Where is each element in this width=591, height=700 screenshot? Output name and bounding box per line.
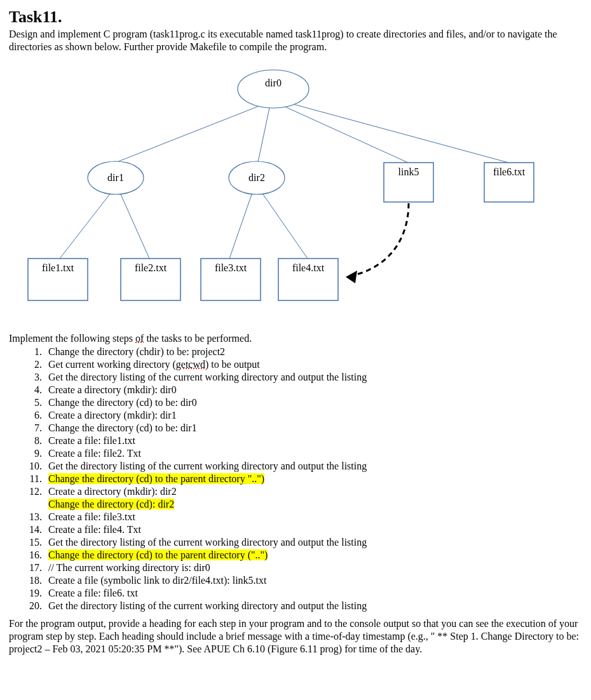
step-15: Get the directory listing of the current… xyxy=(44,536,582,549)
label-dir1: dir1 xyxy=(107,172,124,183)
arrowhead-icon xyxy=(346,271,357,283)
intro-text: Design and implement C program (task11pr… xyxy=(9,28,582,53)
step-4: Create a directory (mkdir): dir0 xyxy=(44,384,582,396)
steps-intro-pre: Implement the following steps xyxy=(9,333,135,344)
step-18: Create a file (symbolic link to dir2/fil… xyxy=(44,574,582,587)
node-dir0 xyxy=(238,70,309,108)
step-8: Create a file: file1.txt xyxy=(44,434,582,447)
label-link5: link5 xyxy=(398,166,419,177)
step-19: Create a file: file6. txt xyxy=(44,587,582,600)
step-9: Create a file: file2. Txt xyxy=(44,447,582,460)
step-2-getcwd: getcwd xyxy=(176,359,205,370)
edge-dir0-file6 xyxy=(289,103,508,163)
label-file4: file4.txt xyxy=(292,262,325,273)
page-title: Task11. xyxy=(9,8,582,27)
steps-intro-post: the tasks to be performed. xyxy=(144,333,252,344)
step-20: Get the directory listing of the current… xyxy=(44,600,582,612)
step-16-hl: Change the directory (cd) to the parent … xyxy=(48,549,268,560)
label-dir0: dir0 xyxy=(265,77,282,88)
step-2-post: ) to be output xyxy=(205,359,260,370)
edge-dir1-file1 xyxy=(60,193,111,259)
label-file2: file2.txt xyxy=(135,262,167,273)
steps-intro-of: of xyxy=(135,333,144,344)
label-file6: file6.txt xyxy=(493,166,526,177)
steps-list: Change the directory (chdir) to be: proj… xyxy=(9,346,582,612)
edge-dir0-dir1 xyxy=(117,105,261,162)
edge-dir2-file4 xyxy=(263,194,308,259)
step-12a: Create a directory (mkdir): dir2 xyxy=(48,486,177,497)
step-7: Change the directory (cd) to be: dir1 xyxy=(44,422,582,434)
label-dir2: dir2 xyxy=(248,172,265,183)
step-11: Change the directory (cd) to the parent … xyxy=(44,473,582,485)
step-1: Change the directory (chdir) to be: proj… xyxy=(44,346,582,358)
directory-tree-diagram: dir0 dir1 dir2 link5 file6.txt file1.txt… xyxy=(9,60,568,320)
footer-text: For the program output, provide a headin… xyxy=(9,617,582,656)
step-12b-hl: Change the directory (cd): dir2 xyxy=(48,499,174,509)
step-6: Create a directory (mkdir): dir1 xyxy=(44,409,582,422)
step-17: // The current working directory is: dir… xyxy=(44,562,582,574)
step-3: Get the directory listing of the current… xyxy=(44,371,582,384)
label-file1: file1.txt xyxy=(42,262,74,273)
step-11-hl: Change the directory (cd) to the parent … xyxy=(48,473,264,484)
step-16: Change the directory (cd) to the parent … xyxy=(44,549,582,562)
steps-intro: Implement the following steps of the tas… xyxy=(9,333,582,344)
step-2-pre: Get current working directory ( xyxy=(48,359,176,370)
step-2: Get current working directory (getcwd) t… xyxy=(44,358,582,371)
edge-dir2-file3 xyxy=(229,194,252,259)
edge-dir0-link5 xyxy=(282,105,408,163)
step-10: Get the directory listing of the current… xyxy=(44,460,582,473)
label-file3: file3.txt xyxy=(215,262,247,273)
step-13: Create a file: file3.txt xyxy=(44,511,582,523)
step-5: Change the directory (cd) to be: dir0 xyxy=(44,396,582,409)
step-14: Create a file: file4. Txt xyxy=(44,523,582,536)
edge-dir0-dir2 xyxy=(258,108,269,162)
step-12: Create a directory (mkdir): dir2 Change … xyxy=(44,485,582,511)
link5-to-file4-arrow xyxy=(346,203,409,277)
edge-dir1-file2 xyxy=(121,194,149,259)
